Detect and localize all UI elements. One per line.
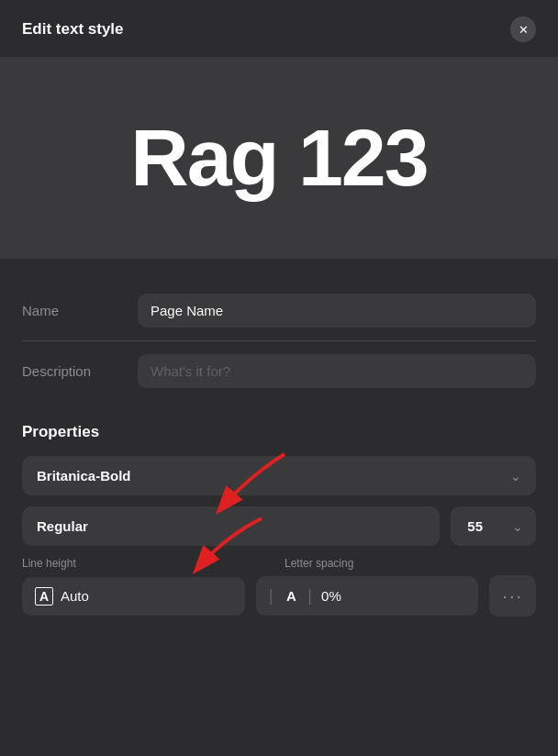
- letter-spacing-value: 0%: [321, 588, 341, 604]
- bottom-labels-row: Line height Letter spacing: [22, 557, 536, 570]
- font-size-select[interactable]: 55 ⌄: [451, 506, 536, 546]
- name-input[interactable]: [138, 294, 536, 328]
- name-row: Name: [22, 281, 536, 341]
- font-style-select[interactable]: Regular: [22, 506, 440, 546]
- line-height-label: Line height: [22, 557, 273, 570]
- close-button[interactable]: ✕: [510, 17, 536, 42]
- letter-spacing-separator2: |: [307, 586, 312, 606]
- modal-title: Edit text style: [22, 20, 124, 39]
- name-label: Name: [22, 303, 123, 318]
- line-height-control[interactable]: A Auto: [22, 577, 245, 616]
- description-row: Description: [22, 341, 536, 401]
- letter-spacing-control[interactable]: | A | 0%: [256, 576, 479, 616]
- font-size-chevron-icon: ⌄: [499, 507, 536, 546]
- style-size-row: Regular 55 ⌄: [22, 506, 536, 546]
- description-label: Description: [22, 363, 123, 379]
- line-height-icon: A: [35, 587, 53, 606]
- line-height-value: Auto: [61, 588, 89, 604]
- font-family-chevron-icon: ⌄: [510, 469, 521, 484]
- description-input[interactable]: [138, 354, 536, 388]
- controls-row: A Auto | A | 0% ···: [22, 575, 536, 617]
- close-icon: ✕: [519, 23, 529, 37]
- font-family-label: Britanica-Bold: [37, 468, 131, 484]
- text-preview-area: Rag 123: [0, 57, 558, 259]
- modal-header: Edit text style ✕: [0, 0, 558, 57]
- font-family-dropdown[interactable]: Britanica-Bold ⌄: [22, 456, 536, 495]
- letter-spacing-label: Letter spacing: [285, 557, 536, 570]
- letter-spacing-separator: |: [269, 586, 273, 606]
- font-style-label: Regular: [37, 518, 88, 534]
- edit-text-style-modal: Edit text style ✕ Rag 123 Name Descripti…: [0, 0, 558, 756]
- more-dots-icon: ···: [502, 585, 523, 606]
- preview-text: Rag 123: [130, 111, 428, 205]
- properties-title: Properties: [22, 423, 536, 441]
- letter-spacing-icon: A: [282, 587, 300, 606]
- font-size-value: 55: [451, 506, 499, 546]
- form-area: Name Description: [0, 259, 558, 401]
- properties-section: Properties Britanica-Bold ⌄ Regular 55 ⌄…: [0, 401, 558, 617]
- more-options-button[interactable]: ···: [489, 575, 536, 617]
